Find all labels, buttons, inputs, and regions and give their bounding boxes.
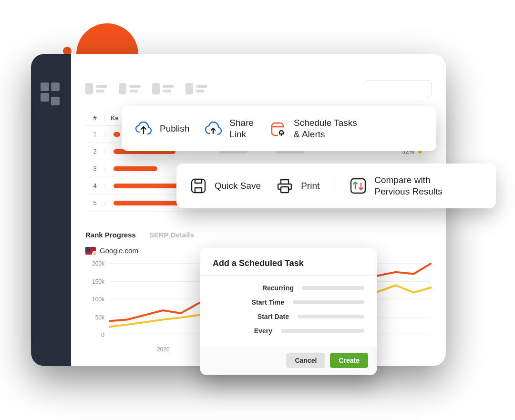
tab-serp-details[interactable]: SERP Details (149, 231, 194, 239)
actions-bar-top: Publish Share Link Schedule Tasks & Aler… (122, 106, 436, 151)
compare-arrows-icon (349, 176, 368, 195)
form-label: Start Date (258, 313, 289, 320)
share-link-button[interactable]: Share Link (204, 117, 254, 140)
form-label: Recurring (262, 284, 294, 292)
logo-icon (41, 82, 62, 103)
cancel-button[interactable]: Cancel (286, 353, 325, 368)
th-num: # (85, 114, 104, 122)
calendar-alert-icon (268, 119, 287, 138)
quick-save-button[interactable]: Quick Save (189, 176, 261, 195)
form-row: Every (213, 327, 364, 335)
svg-rect-1 (281, 187, 288, 193)
form-input-placeholder[interactable] (298, 315, 364, 318)
schedule-tasks-button[interactable]: Schedule Tasks & Alerts (268, 117, 357, 140)
create-button[interactable]: Create (330, 353, 368, 368)
publish-button[interactable]: Publish (134, 119, 189, 138)
save-icon (189, 176, 208, 195)
flag-us-google-icon: G (85, 247, 96, 255)
form-label: Start Time (252, 298, 284, 306)
svg-rect-0 (192, 179, 205, 193)
y-axis-label: 0 (85, 332, 104, 338)
y-axis-label: 100k (85, 296, 104, 303)
x-label: 2020 (157, 346, 170, 353)
y-axis-label: 50k (85, 314, 104, 321)
toolbar-placeholder-row (85, 80, 432, 97)
compare-button[interactable]: Compare with Pervious Results (349, 174, 443, 197)
tab-rank-progress[interactable]: Rank Progress (85, 231, 136, 239)
form-row: Recurring (213, 284, 364, 292)
form-row: Start Date (213, 313, 364, 320)
sidebar (31, 54, 71, 366)
print-icon (275, 176, 294, 195)
chart-tabs: Rank Progress SERP Details (85, 231, 432, 239)
svg-rect-2 (351, 179, 365, 193)
upload-cloud-icon (134, 119, 153, 138)
form-row: Start Time (213, 298, 364, 306)
toolbar-separator (334, 174, 334, 197)
form-input-placeholder[interactable] (302, 286, 364, 290)
modal-title: Add a Scheduled Task (200, 248, 377, 276)
schedule-task-modal: Add a Scheduled Task RecurringStart Time… (200, 248, 377, 375)
y-axis-label: 200k (85, 260, 104, 267)
form-input-placeholder[interactable] (281, 329, 364, 333)
cloud-share-icon (204, 119, 223, 138)
form-label: Every (254, 327, 272, 335)
actions-bar-mid: Quick Save Print Compare with Pervious R… (176, 164, 496, 208)
y-axis-label: 150k (85, 278, 104, 285)
print-button[interactable]: Print (275, 176, 319, 195)
form-input-placeholder[interactable] (293, 300, 364, 304)
toolbar-button-placeholder[interactable] (365, 80, 432, 97)
